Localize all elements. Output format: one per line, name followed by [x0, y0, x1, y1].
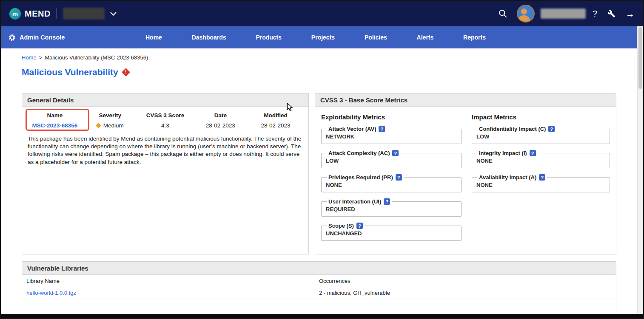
- user-interaction-value: REQUIRED: [326, 205, 457, 212]
- help-tooltip-icon[interactable]: ?: [379, 126, 385, 132]
- nav-item-alerts[interactable]: Alerts: [417, 34, 434, 41]
- main-nav: Admin Console Home Dashboards Products P…: [1, 26, 643, 48]
- scope-value: UNCHANGED: [326, 229, 457, 237]
- page-content: Home > Malicious Vulnerability (MSC-2023…: [1, 48, 637, 319]
- attack-vector-field: Attack Vector (AV) ? NETWORK: [321, 126, 462, 144]
- help-tooltip-icon[interactable]: ?: [396, 174, 402, 181]
- availability-impact-field: Availability Impact (A) ? NONE: [472, 174, 610, 192]
- vulnerable-libraries-table-header: Library Name Occurrences: [22, 275, 616, 287]
- nav-item-policies[interactable]: Policies: [365, 34, 387, 41]
- column-header-cvss3: CVSS 3 Score: [138, 112, 193, 119]
- impact-metrics-title: Impact Metrics: [472, 113, 610, 121]
- help-tooltip-icon[interactable]: ?: [392, 150, 399, 156]
- breadcrumb-home-link[interactable]: Home: [22, 54, 37, 61]
- cvss-metrics-panel: CVSS 3 - Base Score Metrics Exploitabili…: [315, 93, 616, 254]
- organization-name-redacted[interactable]: [63, 8, 105, 20]
- vulnerability-description: This package has been identified by Mend…: [22, 129, 308, 166]
- org-dropdown-chevron-icon[interactable]: [110, 11, 117, 16]
- help-tooltip-icon[interactable]: ?: [356, 223, 363, 229]
- help-tooltip-icon[interactable]: ?: [384, 198, 390, 205]
- attack-complexity-label: Attack Complexity (AC): [328, 150, 390, 156]
- exploitability-metrics-title: Exploitability Metrics: [321, 113, 462, 121]
- severity-value: Medium: [97, 122, 124, 129]
- top-bar: m MEND ?: [1, 1, 643, 26]
- confidentiality-impact-field: Confidentiality Impact (C) ? LOW: [472, 126, 610, 144]
- user-interaction-label: User Interaction (UI): [328, 198, 381, 205]
- avatar-shoulders: [518, 15, 530, 23]
- confidentiality-impact-value: LOW: [476, 132, 605, 140]
- severity-medium-diamond-icon: [96, 123, 101, 128]
- attack-complexity-field: Attack Complexity (AC) ? LOW: [321, 150, 462, 168]
- privileges-required-value: NONE: [326, 181, 457, 188]
- availability-impact-value: NONE: [476, 181, 605, 188]
- nav-item-dashboards[interactable]: Dashboards: [192, 34, 226, 41]
- modified-value: 28-02-2023: [248, 122, 303, 129]
- column-header-date: Date: [193, 112, 248, 119]
- page-title: Malicious Vulnerability: [22, 67, 118, 77]
- vertical-scrollbar[interactable]: [637, 26, 643, 314]
- occurrences-value: 2 - malicious, GH_vulnerable: [319, 290, 612, 296]
- general-details-table: Name Severity CVSS 3 Score Date Modified…: [22, 107, 308, 129]
- app-window: m MEND ?: [0, 0, 644, 319]
- column-header-occurrences: Occurrences: [319, 278, 612, 284]
- impact-metrics-column: Impact Metrics Confidentiality Impact (C…: [472, 112, 610, 247]
- help-tooltip-icon[interactable]: ?: [530, 150, 536, 156]
- nav-item-reports[interactable]: Reports: [463, 34, 486, 41]
- column-header-modified: Modified: [248, 112, 303, 119]
- scope-label: Scope (S): [328, 223, 354, 229]
- admin-console-button[interactable]: Admin Console: [1, 34, 90, 41]
- integrity-impact-label: Integrity Impact (I): [479, 150, 527, 156]
- column-header-name: Name: [27, 112, 83, 119]
- cvss-metrics-header: CVSS 3 - Base Score Metrics: [315, 93, 616, 107]
- availability-impact-label: Availability Impact (A): [479, 174, 536, 181]
- cvss3-score-value: 4.3: [138, 122, 193, 129]
- help-tooltip-icon[interactable]: ?: [548, 126, 555, 132]
- mend-logo-icon: m: [9, 8, 21, 20]
- general-details-header: General Details: [22, 93, 308, 107]
- logout-arrow-icon[interactable]: →: [626, 9, 635, 18]
- user-avatar[interactable]: [517, 5, 535, 23]
- privileges-required-field: Privileges Required (PR) ? NONE: [321, 174, 462, 192]
- nav-item-home[interactable]: Home: [145, 34, 162, 41]
- title-divider: [22, 84, 616, 84]
- nav-item-projects[interactable]: Projects: [311, 34, 335, 41]
- scope-field: Scope (S) ? UNCHANGED: [321, 223, 462, 241]
- breadcrumb: Home > Malicious Vulnerability (MSC-2023…: [1, 48, 637, 61]
- brand-name: MEND: [25, 9, 51, 19]
- malicious-diamond-icon: !: [122, 68, 130, 76]
- admin-console-label: Admin Console: [20, 34, 65, 41]
- vulnerable-libraries-panel: Vulnerable Libraries Library Name Occurr…: [22, 261, 616, 319]
- attack-vector-value: NETWORK: [326, 132, 457, 140]
- search-icon[interactable]: [498, 9, 507, 18]
- help-icon[interactable]: ?: [593, 9, 597, 19]
- vulnerability-id-link[interactable]: MSC-2023-68356: [32, 122, 78, 129]
- attack-vector-label: Attack Vector (AV): [328, 126, 376, 132]
- privileges-required-label: Privileges Required (PR): [328, 174, 393, 181]
- exploitability-metrics-column: Exploitability Metrics Attack Vector (AV…: [321, 112, 462, 247]
- gear-icon: [9, 34, 16, 41]
- vulnerable-libraries-header: Vulnerable Libraries: [22, 262, 616, 275]
- help-tooltip-icon[interactable]: ?: [539, 174, 545, 181]
- bottom-bar: [1, 314, 643, 318]
- settings-wrench-icon[interactable]: [607, 10, 616, 18]
- nav-menu: Home Dashboards Products Projects Polici…: [145, 34, 486, 41]
- integrity-impact-field: Integrity Impact (I) ? NONE: [472, 150, 610, 168]
- scrollbar-thumb[interactable]: [638, 27, 642, 89]
- library-name-link[interactable]: hello-world-1.0.0.tgz: [26, 290, 76, 296]
- integrity-impact-value: NONE: [476, 156, 605, 164]
- date-value: 28-02-2023: [193, 122, 248, 129]
- general-details-panel: General Details Name Severity CVSS 3 Sco…: [22, 93, 309, 254]
- attack-complexity-value: LOW: [326, 156, 457, 164]
- column-header-library-name: Library Name: [26, 278, 319, 284]
- nav-item-products[interactable]: Products: [256, 34, 282, 41]
- breadcrumb-separator: >: [39, 54, 43, 61]
- topbar-divider: [57, 8, 57, 19]
- mend-logo[interactable]: m MEND: [9, 8, 51, 20]
- table-row: hello-world-1.0.0.tgz 2 - malicious, GH_…: [22, 287, 616, 299]
- avatar-head: [521, 8, 527, 14]
- column-header-severity: Severity: [83, 112, 138, 119]
- breadcrumb-current: Malicious Vulnerability (MSC-2023-68356): [45, 54, 148, 61]
- confidentiality-impact-label: Confidentiality Impact (C): [479, 126, 546, 132]
- user-interaction-field: User Interaction (UI) ? REQUIRED: [321, 198, 462, 217]
- user-name-redacted[interactable]: [541, 8, 586, 19]
